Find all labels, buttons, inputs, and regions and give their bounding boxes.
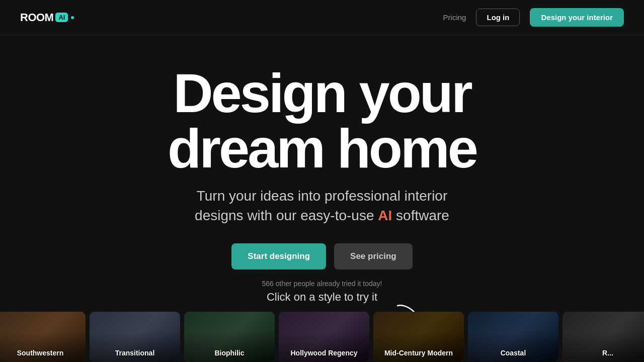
nav-design-cta-button[interactable]: Design your interior bbox=[530, 8, 624, 27]
style-card-extra[interactable]: R... bbox=[562, 312, 644, 362]
style-card-label-southwestern: Southwestern bbox=[17, 349, 64, 357]
hero-section: Design your dream home Turn your ideas i… bbox=[0, 35, 644, 303]
style-card-coastal[interactable]: Coastal bbox=[468, 312, 558, 362]
logo[interactable]: ROOM AI bbox=[20, 11, 74, 24]
nav-pricing-link[interactable]: Pricing bbox=[443, 13, 466, 22]
style-card-label-midcentury: Mid-Century Modern bbox=[384, 349, 453, 357]
hero-subtitle-ai: AI bbox=[378, 208, 392, 223]
style-card-midcentury[interactable]: Mid-Century Modern bbox=[373, 312, 464, 362]
style-label-area: Click on a style to try it bbox=[0, 291, 644, 304]
hero-subtitle-part1: Turn your ideas into professional interi… bbox=[197, 188, 448, 204]
logo-ai-badge: AI bbox=[55, 13, 68, 22]
nav-login-button[interactable]: Log in bbox=[476, 9, 520, 26]
style-card-label-coastal: Coastal bbox=[501, 349, 526, 357]
style-card-label-transitional: Transitional bbox=[115, 349, 155, 357]
style-card-southwestern[interactable]: Southwestern bbox=[0, 312, 86, 362]
hero-title: Design your dream home bbox=[168, 65, 476, 176]
logo-text: ROOM bbox=[20, 11, 53, 24]
hero-subtitle-part2: designs with our easy-to-use bbox=[195, 208, 374, 223]
style-card-hollywood[interactable]: Hollywood Regency bbox=[279, 312, 369, 362]
style-card-transitional[interactable]: Transitional bbox=[90, 312, 180, 362]
click-label: Click on a style to try it bbox=[267, 291, 377, 304]
style-section: Click on a style to try it Southwestern … bbox=[0, 291, 644, 362]
style-cards-container: Southwestern Transitional Biophilic Holl… bbox=[0, 312, 644, 362]
see-pricing-button[interactable]: See pricing bbox=[334, 243, 413, 269]
start-designing-button[interactable]: Start designing bbox=[231, 243, 326, 269]
hero-title-line1: Design your bbox=[173, 62, 471, 124]
style-card-label-biophilic: Biophilic bbox=[214, 349, 244, 357]
navigation: ROOM AI Pricing Log in Design your inter… bbox=[0, 0, 644, 35]
social-proof-text: 566 other people already tried it today! bbox=[262, 280, 382, 288]
hero-title-line2: dream home bbox=[168, 117, 476, 179]
style-card-label-hollywood: Hollywood Regency bbox=[290, 349, 357, 357]
hero-subtitle: Turn your ideas into professional interi… bbox=[195, 186, 449, 225]
style-card-biophilic[interactable]: Biophilic bbox=[184, 312, 275, 362]
logo-dot bbox=[71, 16, 74, 19]
nav-actions: Pricing Log in Design your interior bbox=[443, 8, 624, 27]
hero-subtitle-part3: software bbox=[396, 208, 449, 223]
style-card-label-extra: R... bbox=[602, 349, 613, 357]
hero-buttons: Start designing See pricing bbox=[231, 243, 412, 269]
